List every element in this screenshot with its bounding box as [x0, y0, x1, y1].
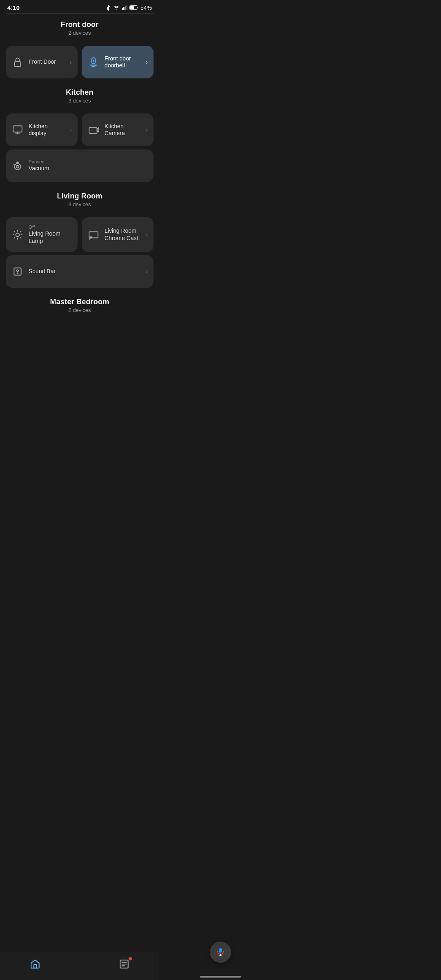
svg-rect-3: [126, 5, 127, 10]
lock-icon: [11, 56, 24, 68]
sound-bar-name: Sound Bar: [29, 268, 141, 275]
sound-bar-row: Sound Bar ›: [0, 254, 159, 290]
front-door-name: Front Door: [29, 58, 65, 66]
section-title-front-door: Front door: [6, 20, 154, 29]
front-door-info: Front Door: [29, 58, 65, 66]
svg-point-13: [14, 164, 20, 170]
svg-rect-6: [137, 7, 138, 9]
doorbell-chevron: ›: [146, 58, 148, 66]
bluetooth-icon: [105, 4, 111, 11]
signal-icon: [122, 5, 127, 11]
svg-rect-11: [89, 128, 97, 134]
vacuum-icon: [11, 160, 24, 172]
section-subtitle-master-bedroom: 2 devices: [6, 307, 154, 313]
kitchen-grid: Kitchen display › Kitchen Camera ›: [0, 109, 159, 148]
svg-marker-12: [97, 128, 99, 132]
svg-point-19: [17, 273, 18, 274]
section-master-bedroom: Master Bedroom 2 devices: [0, 298, 159, 313]
svg-point-15: [16, 233, 20, 236]
device-front-door[interactable]: Front Door ›: [6, 46, 78, 78]
lamp-name: Living Room Lamp: [29, 230, 72, 245]
section-front-door: Front door 2 devices: [0, 20, 159, 36]
svg-rect-2: [125, 6, 126, 10]
chromecast-chevron: ›: [146, 231, 148, 238]
doorbell-name: Front door doorbell: [105, 55, 141, 69]
kitchen-display-info: Kitchen display: [29, 123, 65, 137]
device-vacuum[interactable]: Paused Vacuum: [6, 149, 154, 182]
section-subtitle-front-door: 2 devices: [6, 30, 154, 36]
kitchen-display-name: Kitchen display: [29, 123, 65, 137]
lamp-icon: [11, 229, 24, 241]
chromecast-name: Living Room Chrome Cast: [105, 227, 141, 242]
kitchen-camera-info: Kitchen Camera: [105, 123, 141, 137]
section-kitchen: Kitchen 3 devices: [0, 88, 159, 104]
svg-rect-5: [130, 6, 134, 9]
svg-point-18: [17, 270, 18, 272]
svg-rect-0: [122, 8, 123, 10]
svg-rect-7: [14, 62, 20, 67]
section-subtitle-kitchen: 3 devices: [6, 98, 154, 104]
section-living-room: Living Room 3 devices: [0, 192, 159, 207]
sound-bar-info: Sound Bar: [29, 268, 141, 275]
section-title-living-room: Living Room: [6, 192, 154, 200]
battery-percent: 54%: [140, 4, 152, 11]
device-doorbell[interactable]: Front door doorbell ›: [82, 46, 154, 78]
device-living-room-lamp[interactable]: Off Living Room Lamp: [6, 217, 78, 252]
vacuum-row: Paused Vacuum: [0, 148, 159, 184]
living-room-grid: Off Living Room Lamp Living Room Chrome …: [0, 213, 159, 254]
front-door-grid: Front Door › Front door doorbell ›: [0, 42, 159, 80]
speaker-icon: [11, 265, 24, 278]
header-divider: [6, 13, 154, 14]
device-sound-bar[interactable]: Sound Bar ›: [6, 255, 154, 288]
lamp-status: Off: [29, 225, 72, 229]
wifi-icon: [113, 5, 120, 11]
display-icon: [11, 124, 24, 136]
vacuum-name: Vacuum: [29, 165, 148, 172]
chromecast-icon: [87, 229, 100, 241]
sound-bar-chevron: ›: [146, 268, 148, 275]
section-title-master-bedroom: Master Bedroom: [6, 298, 154, 306]
vacuum-status: Paused: [29, 159, 148, 164]
svg-rect-10: [13, 126, 22, 132]
time-display: 4:10: [7, 4, 20, 11]
vacuum-info: Paused Vacuum: [29, 159, 148, 172]
svg-rect-1: [123, 7, 125, 10]
kitchen-display-chevron: ›: [70, 126, 72, 134]
device-kitchen-camera[interactable]: Kitchen Camera ›: [82, 114, 154, 146]
status-bar: 4:10 54%: [0, 0, 159, 13]
section-title-kitchen: Kitchen: [6, 88, 154, 97]
svg-point-9: [93, 60, 94, 62]
living-room-lamp-info: Off Living Room Lamp: [29, 225, 72, 245]
front-door-chevron: ›: [70, 58, 72, 66]
battery-icon: [129, 5, 138, 10]
status-icons: 54%: [105, 4, 152, 11]
svg-point-14: [16, 165, 19, 168]
device-chromecast[interactable]: Living Room Chrome Cast ›: [82, 217, 154, 252]
kitchen-camera-name: Kitchen Camera: [105, 123, 141, 137]
device-kitchen-display[interactable]: Kitchen display ›: [6, 114, 78, 146]
camera-icon: [87, 124, 100, 136]
kitchen-camera-chevron: ›: [146, 126, 148, 134]
doorbell-icon: [87, 56, 100, 68]
chromecast-info: Living Room Chrome Cast: [105, 227, 141, 242]
doorbell-info: Front door doorbell: [105, 55, 141, 69]
section-subtitle-living-room: 3 devices: [6, 201, 154, 207]
